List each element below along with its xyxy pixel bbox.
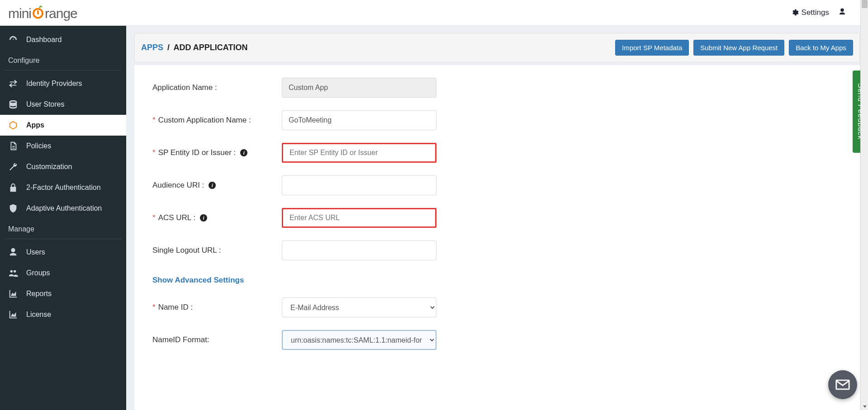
row-audience-uri: Audience URI : i	[152, 175, 842, 195]
logo[interactable]: mini range	[8, 5, 77, 21]
cube-icon	[8, 120, 18, 130]
breadcrumb-current: ADD APPLICATION	[173, 43, 247, 52]
divider	[5, 70, 122, 71]
dashboard-icon	[8, 35, 18, 45]
row-sp-entity-id: * SP Entity ID or Issuer : i	[152, 143, 842, 163]
audience-uri-input[interactable]	[282, 175, 436, 195]
breadcrumb-apps-link[interactable]: APPS	[141, 43, 163, 52]
header-buttons: Import SP Metadata Submit New App Reques…	[615, 40, 853, 56]
sidebar-item-policies[interactable]: Policies	[0, 136, 126, 156]
chart-icon	[8, 289, 18, 299]
settings-label: Settings	[802, 8, 829, 17]
row-acs-url: * ACS URL : i	[152, 208, 842, 228]
info-icon[interactable]: i	[240, 149, 247, 156]
logo-text-range: range	[45, 6, 77, 21]
user-menu-button[interactable]	[838, 8, 846, 18]
svg-rect-1	[37, 11, 39, 14]
label-slo-url: Single Logout URL :	[152, 246, 282, 255]
show-advanced-settings-link[interactable]: Show Advanced Settings	[152, 276, 244, 285]
database-icon	[8, 99, 18, 109]
settings-link[interactable]: Settings	[791, 8, 829, 17]
info-icon[interactable]: i	[209, 182, 216, 189]
label-name-id: * Name ID :	[152, 303, 282, 312]
user-icon	[8, 247, 18, 257]
row-nameid-format: NameID Format: urn:oasis:names:tc:SAML:1…	[152, 330, 842, 350]
sidebar-item-label: Users	[26, 248, 45, 256]
sidebar-item-identity-providers[interactable]: Identity Providers	[0, 73, 126, 94]
divider	[5, 239, 122, 239]
sidebar-item-label: 2-Factor Authentication	[26, 184, 101, 192]
sidebar-item-user-stores[interactable]: User Stores	[0, 94, 126, 115]
name-id-select[interactable]: E-Mail Address	[282, 297, 436, 317]
label-acs-url: * ACS URL : i	[152, 213, 282, 222]
sidebar-item-dashboard[interactable]: Dashboard	[0, 29, 126, 50]
back-to-apps-button[interactable]: Back to My Apps	[789, 40, 853, 56]
breadcrumb-separator: /	[167, 43, 170, 52]
sidebar-item-label: Customization	[26, 163, 72, 171]
custom-app-name-input[interactable]	[282, 110, 436, 130]
sidebar-item-label: Dashboard	[26, 36, 62, 44]
sidebar-item-label: Identity Providers	[26, 80, 82, 88]
sidebar-item-label: Adaptive Authentication	[26, 204, 102, 212]
form-panel: Application Name : * Custom Application …	[134, 65, 860, 410]
topbar-right: Settings	[791, 8, 860, 18]
mail-fab-button[interactable]	[828, 370, 857, 399]
row-name-id: * Name ID : E-Mail Address	[152, 297, 842, 317]
breadcrumb: APPS / ADD APPLICATION	[141, 43, 247, 52]
sidebar-item-adaptive-auth[interactable]: Adaptive Authentication	[0, 198, 126, 219]
slo-url-input[interactable]	[282, 240, 436, 260]
page-header: APPS / ADD APPLICATION Import SP Metadat…	[134, 33, 860, 62]
sidebar-section-manage: Manage	[0, 219, 126, 236]
chart-icon	[8, 310, 18, 320]
sidebar-item-label: Reports	[26, 290, 52, 298]
gear-icon	[791, 9, 799, 17]
sidebar-item-label: Apps	[26, 121, 44, 129]
required-mark: *	[152, 303, 156, 312]
svg-point-2	[37, 10, 39, 12]
import-metadata-button[interactable]: Import SP Metadata	[615, 40, 689, 56]
acs-url-input[interactable]	[282, 208, 436, 228]
sidebar-item-reports[interactable]: Reports	[0, 283, 126, 304]
info-icon[interactable]: i	[200, 214, 207, 221]
label-nameid-format: NameID Format:	[152, 335, 282, 344]
submit-new-app-button[interactable]: Submit New App Request	[693, 40, 784, 56]
sidebar-item-label: License	[26, 311, 51, 319]
required-mark: *	[152, 148, 156, 157]
sidebar-item-apps[interactable]: Apps	[0, 115, 126, 136]
sidebar-item-label: Policies	[26, 142, 51, 150]
scroll-down-arrow-icon[interactable]	[861, 402, 868, 410]
row-custom-app-name: * Custom Application Name :	[152, 110, 842, 130]
sidebar-item-2fa[interactable]: 2-Factor Authentication	[0, 177, 126, 198]
required-mark: *	[152, 116, 156, 125]
label-application-name: Application Name :	[152, 83, 282, 92]
row-slo-url: Single Logout URL :	[152, 240, 842, 260]
lock-icon	[8, 183, 18, 193]
label-sp-entity-id: * SP Entity ID or Issuer : i	[152, 148, 282, 157]
wrench-icon	[8, 162, 18, 172]
exchange-icon	[8, 79, 18, 89]
sp-entity-id-input[interactable]	[282, 143, 436, 163]
scrollbar-thumb[interactable]	[862, 0, 868, 8]
required-mark: *	[152, 213, 156, 222]
sidebar: Dashboard Configure Identity Providers U…	[0, 26, 126, 410]
sidebar-section-configure: Configure	[0, 50, 126, 67]
label-audience-uri: Audience URI : i	[152, 181, 282, 190]
logo-text-o	[31, 5, 45, 22]
sidebar-item-customization[interactable]: Customization	[0, 156, 126, 177]
sidebar-item-groups[interactable]: Groups	[0, 263, 126, 283]
label-custom-app-name: * Custom Application Name :	[152, 116, 282, 125]
users-icon	[8, 268, 18, 278]
user-icon	[838, 8, 846, 16]
document-icon	[8, 141, 18, 151]
main-content: APPS / ADD APPLICATION Import SP Metadat…	[126, 26, 868, 410]
sidebar-item-label: Groups	[26, 269, 50, 277]
application-name-input	[282, 78, 436, 98]
shield-icon	[8, 203, 18, 213]
sidebar-item-license[interactable]: License	[0, 304, 126, 325]
sidebar-item-users[interactable]: Users	[0, 242, 126, 263]
mail-icon	[835, 377, 850, 392]
nameid-format-select[interactable]: urn:oasis:names:tc:SAML:1.1:nameid-forma…	[282, 330, 436, 350]
browser-scrollbar[interactable]	[860, 0, 868, 410]
topbar: mini range Settings	[0, 0, 868, 26]
row-application-name: Application Name :	[152, 78, 842, 98]
